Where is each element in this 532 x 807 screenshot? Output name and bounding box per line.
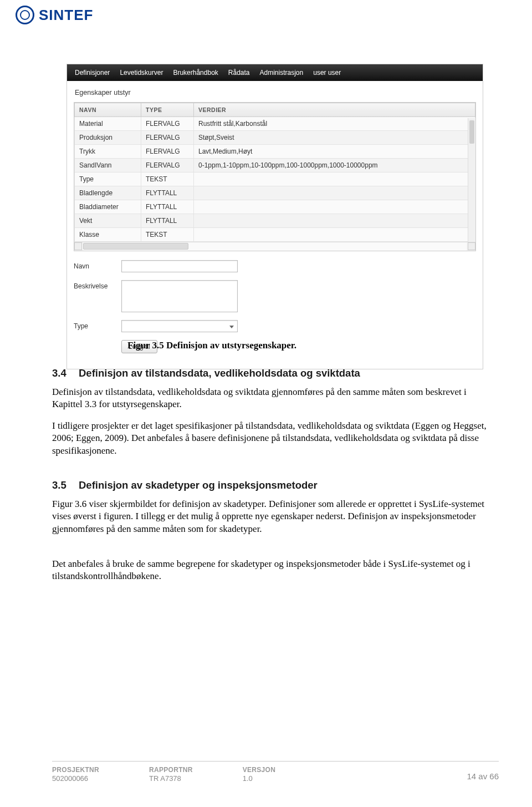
table-row[interactable]: MaterialFLERVALGRustfritt stål,Karbonstå… xyxy=(75,117,475,131)
cell-verdier: Rustfritt stål,Karbonstål xyxy=(194,117,475,131)
cell-navn: Bladlengde xyxy=(75,186,141,200)
col-header-type[interactable]: TYPE xyxy=(141,103,194,117)
input-beskrivelse[interactable] xyxy=(121,280,238,312)
add-property-form: Navn Beskrivelse Type Legg til xyxy=(74,260,476,353)
footer-label: RAPPORTNR xyxy=(149,766,193,774)
cell-verdier xyxy=(194,228,475,242)
cell-navn: Produksjon xyxy=(75,131,141,145)
table-row[interactable]: TrykkFLERVALGLavt,Medium,Høyt xyxy=(75,145,475,159)
menu-user[interactable]: user user xyxy=(313,69,341,77)
page-footer: PROSJEKTNR 502000066 RAPPORTNR TR A7378 … xyxy=(52,761,499,783)
cell-verdier: 0-1ppm,1-10ppm,10-100ppm,100-1000ppm,100… xyxy=(194,159,475,172)
heading-3-5: 3.5Definisjon av skadetyper og inspeksjo… xyxy=(52,479,495,491)
cell-verdier xyxy=(194,200,475,214)
footer-rapportnr: RAPPORTNR TR A7378 xyxy=(149,766,193,783)
cell-type: FLERVALG xyxy=(141,159,194,172)
brand-header: SINTEF xyxy=(16,6,93,24)
table-row[interactable]: ProduksjonFLERVALGStøpt,Sveist xyxy=(75,131,475,145)
cell-verdier: Lavt,Medium,Høyt xyxy=(194,145,475,159)
cell-navn: Type xyxy=(75,172,141,186)
footer-value: TR A7378 xyxy=(149,774,193,783)
cell-type: TEKST xyxy=(141,172,194,186)
label-beskrivelse: Beskrivelse xyxy=(74,280,121,290)
menu-radata[interactable]: Rådata xyxy=(228,69,250,77)
page-number: 14 av 66 xyxy=(467,772,499,781)
menu-definisjoner[interactable]: Definisjoner xyxy=(75,69,110,77)
chevron-left-icon[interactable] xyxy=(74,242,82,250)
cell-type: FLERVALG xyxy=(141,117,194,131)
table-row[interactable]: TypeTEKST xyxy=(75,172,475,186)
horizontal-scrollbar[interactable] xyxy=(74,242,475,251)
table-row[interactable]: BladdiameterFLYTTALL xyxy=(75,200,475,214)
footer-value: 1.0 xyxy=(243,774,275,783)
footer-value: 502000066 xyxy=(52,774,99,783)
label-navn: Navn xyxy=(74,260,121,270)
cell-type: FLERVALG xyxy=(141,131,194,145)
app-screenshot: Definisjoner Levetidskurver Brukerhåndbo… xyxy=(66,64,483,369)
menu-administrasjon[interactable]: Administrasjon xyxy=(260,69,304,77)
cell-type: FLYTTALL xyxy=(141,214,194,228)
footer-versjon: VERSJON 1.0 xyxy=(243,766,275,783)
menu-brukerhandbok[interactable]: Brukerhåndbok xyxy=(173,69,218,77)
col-header-verdier[interactable]: VERDIER xyxy=(194,103,475,117)
heading-text: Definisjon av tilstandsdata, vedlikehold… xyxy=(79,367,360,379)
cell-verdier: Støpt,Sveist xyxy=(194,131,475,145)
section-title: Egenskaper utstyr xyxy=(75,89,475,97)
footer-prosjektnr: PROSJEKTNR 502000066 xyxy=(52,766,99,783)
heading-number: 3.5 xyxy=(52,479,79,491)
paragraph: Det anbefales å bruke de samme begrepene… xyxy=(52,558,493,583)
cell-navn: Klasse xyxy=(75,228,141,242)
table-row[interactable]: SandIVannFLERVALG0-1ppm,1-10ppm,10-100pp… xyxy=(75,159,475,172)
app-menu-bar: Definisjoner Levetidskurver Brukerhåndbo… xyxy=(67,64,483,81)
heading-text: Definisjon av skadetyper og inspeksjonsm… xyxy=(79,479,318,491)
cell-navn: Trykk xyxy=(75,145,141,159)
heading-number: 3.4 xyxy=(52,367,79,379)
cell-type: FLYTTALL xyxy=(141,200,194,214)
paragraph: Figur 3.6 viser skjermbildet for definis… xyxy=(52,498,493,535)
table-row[interactable]: BladlengdeFLYTTALL xyxy=(75,186,475,200)
vertical-scrollbar[interactable] xyxy=(468,118,475,251)
paragraph: Definisjon av tilstandsdata, vedlikehold… xyxy=(52,386,493,411)
table-row[interactable]: VektFLYTTALL xyxy=(75,214,475,228)
cell-type: FLYTTALL xyxy=(141,186,194,200)
select-type[interactable] xyxy=(121,320,238,332)
cell-type: FLERVALG xyxy=(141,145,194,159)
footer-label: VERSJON xyxy=(243,766,275,774)
label-type: Type xyxy=(74,320,121,330)
cell-navn: SandIVann xyxy=(75,159,141,172)
cell-type: TEKST xyxy=(141,228,194,242)
cell-navn: Vekt xyxy=(75,214,141,228)
table-row[interactable]: KlasseTEKST xyxy=(75,228,475,242)
chevron-right-icon[interactable] xyxy=(468,242,475,250)
cell-verdier xyxy=(194,214,475,228)
cell-verdier xyxy=(194,172,475,186)
menu-levetidskurver[interactable]: Levetidskurver xyxy=(120,69,163,77)
footer-label: PROSJEKTNR xyxy=(52,766,99,774)
heading-3-4: 3.4Definisjon av tilstandsdata, vedlikeh… xyxy=(52,367,495,379)
brand-logo-icon xyxy=(16,6,34,24)
input-navn[interactable] xyxy=(121,260,238,272)
col-header-navn[interactable]: NAVN xyxy=(75,103,141,117)
cell-navn: Material xyxy=(75,117,141,131)
cell-navn: Bladdiameter xyxy=(75,200,141,214)
brand-name: SINTEF xyxy=(39,7,93,24)
paragraph: I tidligere prosjekter er det laget spes… xyxy=(52,420,493,457)
figure-caption: Figur 3.5 Definisjon av utstyrsegenskape… xyxy=(127,340,438,351)
properties-table: NAVN TYPE VERDIER MaterialFLERVALGRustfr… xyxy=(74,103,475,242)
cell-verdier xyxy=(194,186,475,200)
properties-table-wrap: NAVN TYPE VERDIER MaterialFLERVALGRustfr… xyxy=(74,102,476,251)
